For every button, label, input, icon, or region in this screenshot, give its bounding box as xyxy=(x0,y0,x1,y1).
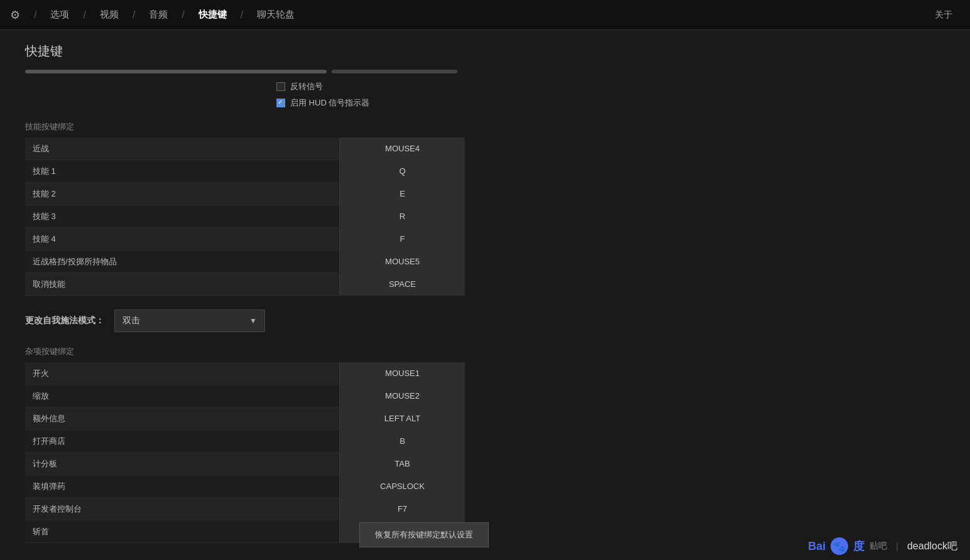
page-title: 快捷键 xyxy=(25,43,945,60)
nav-separator-1: / xyxy=(34,9,36,21)
keybind-extra-info: 额外信息 LEFT ALT xyxy=(25,407,465,430)
nav-item-chat-wheel[interactable]: 聊天轮盘 xyxy=(252,6,300,23)
selfcast-dropdown[interactable]: 双击 ▼ xyxy=(114,310,265,332)
top-nav: ⚙ / 选项 / 视频 / 音频 / 快捷键 / 聊天轮盘 关于 xyxy=(0,0,970,30)
keybind-extra-info-key[interactable]: LEFT ALT xyxy=(339,407,465,429)
nav-separator-5: / xyxy=(241,9,243,21)
keybind-scoreboard-key[interactable]: TAB xyxy=(339,453,465,475)
keybind-execute-label: 斩首 xyxy=(25,526,339,537)
keybind-dev-console: 开发者控制台 F7 xyxy=(25,498,465,520)
selfcast-row: 更改自我施法模式： 双击 ▼ xyxy=(25,308,945,333)
baidu-du-text: 度 xyxy=(853,539,864,554)
hud-signal-checkbox[interactable] xyxy=(276,99,285,107)
close-button[interactable]: 关于 xyxy=(927,7,960,23)
keybind-melee-block: 近战格挡/投掷所持物品 MOUSE5 xyxy=(25,250,465,273)
nav-item-video[interactable]: 视频 xyxy=(95,6,124,23)
keybind-skill2-label: 技能 2 xyxy=(25,188,339,200)
selfcast-value: 双击 xyxy=(123,315,140,326)
baidu-logo-text: Bai xyxy=(808,540,826,553)
keybind-skill4-label: 技能 4 xyxy=(25,234,339,245)
keybind-skill1-key[interactable]: Q xyxy=(339,160,465,182)
keybind-scoreboard-label: 计分板 xyxy=(25,458,339,470)
main-content: 快捷键 反转信号 启用 HUD 信号指示器 技能按键绑定 近战 MOUSE4 技… xyxy=(0,30,970,560)
nav-item-options[interactable]: 选项 xyxy=(45,6,74,23)
keybind-zoom-label: 缩放 xyxy=(25,390,339,402)
keybind-open-shop: 打开商店 B xyxy=(25,430,465,453)
hud-signal-row: 启用 HUD 信号指示器 xyxy=(276,97,945,109)
keybind-skill3-key[interactable]: R xyxy=(339,205,465,227)
invert-signal-row: 反转信号 xyxy=(276,81,945,92)
checkbox-section: 反转信号 启用 HUD 信号指示器 xyxy=(25,81,945,109)
hud-signal-label: 启用 HUD 信号指示器 xyxy=(290,97,369,109)
keybind-cancel-skill-key[interactable]: SPACE xyxy=(339,273,465,295)
nav-item-audio[interactable]: 音频 xyxy=(144,6,173,23)
keybind-melee-block-key[interactable]: MOUSE5 xyxy=(339,250,465,272)
nav-separator-3: / xyxy=(133,9,135,21)
deadlock-text: deadlock吧 xyxy=(907,540,957,553)
keybind-dev-console-key[interactable]: F7 xyxy=(339,498,465,520)
skill-keybind-table: 近战 MOUSE4 技能 1 Q 技能 2 E 技能 3 R 技能 4 F 近战… xyxy=(25,137,465,296)
selfcast-label: 更改自我施法模式： xyxy=(25,315,104,326)
nav-separator-2: / xyxy=(83,9,85,21)
invert-signal-label: 反转信号 xyxy=(290,81,323,92)
keybind-open-shop-label: 打开商店 xyxy=(25,436,339,447)
keybind-reload-key[interactable]: CAPSLOCK xyxy=(339,475,465,497)
baidu-paw-icon: 🐾 xyxy=(831,537,848,555)
watermark: Bai 🐾 度 贴吧 | deadlock吧 xyxy=(808,537,957,555)
keybind-fire: 开火 MOUSE1 xyxy=(25,362,465,385)
keybind-skill4-key[interactable]: F xyxy=(339,228,465,250)
keybind-skill2: 技能 2 E xyxy=(25,183,465,205)
keybind-melee-label: 近战 xyxy=(25,143,339,154)
misc-keybind-table: 开火 MOUSE1 缩放 MOUSE2 额外信息 LEFT ALT 打开商店 B… xyxy=(25,362,465,543)
keybind-cancel-skill: 取消技能 SPACE xyxy=(25,273,465,296)
keybind-skill4: 技能 4 F xyxy=(25,228,465,250)
gear-icon: ⚙ xyxy=(10,8,20,22)
scroll-bar-left xyxy=(25,70,327,73)
keybind-reload-label: 装填弹药 xyxy=(25,481,339,492)
keybind-melee-block-label: 近战格挡/投掷所持物品 xyxy=(25,256,339,267)
keybind-melee: 近战 MOUSE4 xyxy=(25,137,465,160)
watermark-separator: | xyxy=(896,541,898,551)
keybind-fire-key[interactable]: MOUSE1 xyxy=(339,362,465,384)
restore-defaults-button[interactable]: 恢复所有按键绑定默认设置 xyxy=(359,522,489,547)
scroll-bar-right xyxy=(332,70,457,73)
keybind-skill1-label: 技能 1 xyxy=(25,166,339,177)
misc-section-header: 杂项按键绑定 xyxy=(25,346,945,357)
keybind-skill1: 技能 1 Q xyxy=(25,160,465,183)
nav-item-hotkeys[interactable]: 快捷键 xyxy=(193,6,232,23)
skill-section-header: 技能按键绑定 xyxy=(25,121,945,132)
dropdown-arrow-icon: ▼ xyxy=(249,316,257,325)
baidu-tieba-text: 贴吧 xyxy=(869,541,887,552)
keybind-skill3-label: 技能 3 xyxy=(25,211,339,222)
keybind-zoom: 缩放 MOUSE2 xyxy=(25,385,465,407)
keybind-reload: 装填弹药 CAPSLOCK xyxy=(25,475,465,498)
invert-signal-checkbox[interactable] xyxy=(276,82,285,91)
keybind-scoreboard: 计分板 TAB xyxy=(25,453,465,475)
keybind-extra-info-label: 额外信息 xyxy=(25,413,339,424)
keybind-cancel-skill-label: 取消技能 xyxy=(25,279,339,290)
keybind-skill2-key[interactable]: E xyxy=(339,183,465,205)
keybind-fire-label: 开火 xyxy=(25,368,339,379)
nav-separator-4: / xyxy=(182,9,184,21)
scroll-bar-area xyxy=(25,70,945,73)
keybind-open-shop-key[interactable]: B xyxy=(339,430,465,452)
keybind-dev-console-label: 开发者控制台 xyxy=(25,503,339,515)
keybind-skill3: 技能 3 R xyxy=(25,205,465,228)
keybind-melee-key[interactable]: MOUSE4 xyxy=(339,137,465,159)
keybind-zoom-key[interactable]: MOUSE2 xyxy=(339,385,465,407)
